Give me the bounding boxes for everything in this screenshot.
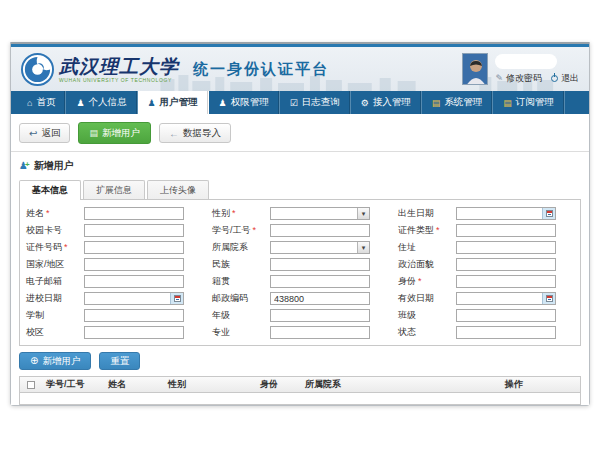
text-input[interactable]: [84, 207, 184, 220]
text-input[interactable]: [456, 224, 556, 237]
dropdown-arrow-icon[interactable]: ▾: [357, 242, 369, 253]
text-input[interactable]: [84, 326, 184, 339]
calendar-icon: [174, 295, 181, 302]
nav-item-2[interactable]: ♟用户管理: [138, 91, 209, 114]
text-input[interactable]: [270, 309, 370, 322]
table-column-header: 操作: [501, 378, 580, 391]
form-field: 住址: [398, 241, 574, 254]
change-password-link[interactable]: ✎ 修改密码: [495, 72, 542, 85]
table-column-header: 性别: [164, 378, 256, 391]
pencil-icon: ✎: [495, 73, 503, 83]
field-label: 专业: [212, 326, 270, 339]
form-field: 校区: [26, 326, 202, 339]
gear-icon: ⚙: [361, 98, 369, 108]
text-input[interactable]: [270, 224, 370, 237]
person-icon: ♟: [148, 98, 156, 108]
calendar-button[interactable]: [542, 208, 555, 219]
text-input[interactable]: [456, 309, 556, 322]
form-field: 籍贯: [212, 275, 388, 288]
dropdown-arrow-icon[interactable]: ▾: [357, 208, 369, 219]
text-input[interactable]: [84, 258, 184, 271]
required-mark: *: [232, 208, 236, 218]
form-field: 民族: [212, 258, 388, 271]
nav-item-label: 首页: [36, 96, 55, 109]
submit-add-user-button[interactable]: ⊕ 新增用户: [19, 352, 91, 370]
select-control[interactable]: ▾: [270, 207, 370, 220]
text-input[interactable]: [456, 241, 556, 254]
text-input[interactable]: [456, 326, 556, 339]
reset-button[interactable]: 重置: [99, 352, 140, 370]
form-field: 身份*: [398, 275, 574, 288]
person-icon: ♟: [76, 98, 84, 108]
table-column-header: 学号/工号: [42, 378, 104, 391]
date-field: [84, 292, 184, 305]
field-label: 性别*: [212, 207, 270, 220]
nav-item-7[interactable]: ▤订阅管理: [493, 91, 565, 114]
nav-item-label: 系统管理: [444, 96, 482, 109]
form-field: 学制: [26, 309, 202, 322]
form-field: 政治面貌: [398, 258, 574, 271]
text-input[interactable]: [84, 275, 184, 288]
form-tabs: 基本信息扩展信息上传头像: [19, 180, 581, 199]
field-label: 籍贯: [212, 275, 270, 288]
date-input[interactable]: [85, 293, 170, 304]
back-button[interactable]: ↩ 返回: [19, 123, 70, 143]
form-field: 国家/地区: [26, 258, 202, 271]
change-password-label: 修改密码: [506, 72, 542, 85]
user-area: ✎ 修改密码 退出: [462, 53, 579, 85]
tab-1[interactable]: 扩展信息: [83, 180, 145, 199]
nav-item-label: 个人信息: [89, 96, 127, 109]
user-avatar[interactable]: [462, 53, 488, 85]
university-name-en: WUHAN UNIVERSITY OF TECHNOLOGY: [59, 77, 179, 83]
nav-item-5[interactable]: ⚙接入管理: [351, 91, 422, 114]
toolbar-divider: [11, 151, 589, 152]
calendar-button[interactable]: [170, 293, 183, 304]
text-input[interactable]: [84, 309, 184, 322]
field-label: 学号/工号*: [212, 224, 270, 237]
add-user-toolbar-button[interactable]: ▤ 新增用户: [78, 122, 151, 144]
text-input[interactable]: [456, 258, 556, 271]
date-input[interactable]: [457, 208, 542, 219]
date-input[interactable]: [457, 293, 542, 304]
nav-item-6[interactable]: ▤系统管理: [422, 91, 494, 114]
logout-link[interactable]: 退出: [551, 72, 579, 85]
nav-item-1[interactable]: ♟个人信息: [66, 91, 137, 114]
text-input[interactable]: [84, 224, 184, 237]
form-field: 证件号码*: [26, 241, 202, 254]
folder-icon: ▤: [503, 98, 512, 108]
field-label: 国家/地区: [26, 258, 84, 271]
folder-icon: ▤: [432, 98, 441, 108]
submit-button-label: 新增用户: [42, 355, 80, 368]
circle-plus-icon: ⊕: [30, 356, 38, 366]
select-all-checkbox[interactable]: [27, 381, 35, 389]
field-label: 出生日期: [398, 207, 456, 220]
username-box: [495, 54, 557, 69]
calendar-button[interactable]: [542, 293, 555, 304]
tab-0[interactable]: 基本信息: [19, 180, 81, 200]
header: 武汉理工大学 WUHAN UNIVERSITY OF TECHNOLOGY 统一…: [11, 47, 589, 91]
field-label: 有效日期: [398, 292, 456, 305]
panel-title-label: 新增用户: [34, 159, 74, 173]
text-input[interactable]: [270, 326, 370, 339]
required-mark: *: [46, 208, 50, 218]
field-label: 邮政编码: [212, 292, 270, 305]
text-input[interactable]: [270, 275, 370, 288]
field-label: 证件类型*: [398, 224, 456, 237]
text-input[interactable]: [84, 241, 184, 254]
nav-item-0[interactable]: ⌂首页: [17, 91, 66, 114]
form-field: 证件类型*: [398, 224, 574, 237]
text-input[interactable]: [270, 258, 370, 271]
nav-item-4[interactable]: ☑日志查询: [280, 91, 351, 114]
text-input[interactable]: [270, 292, 370, 305]
select-control[interactable]: ▾: [270, 241, 370, 254]
text-input[interactable]: [456, 275, 556, 288]
field-label: 电子邮箱: [26, 275, 84, 288]
form-field: 校园卡号: [26, 224, 202, 237]
data-import-button[interactable]: ← 数据导入: [159, 123, 231, 143]
form-field: 电子邮箱: [26, 275, 202, 288]
nav-item-3[interactable]: ♟权限管理: [209, 91, 280, 114]
table-header-row: 学号/工号姓名性别身份所属院系操作: [20, 377, 580, 393]
tab-2[interactable]: 上传头像: [147, 180, 209, 199]
field-label: 证件号码*: [26, 241, 84, 254]
field-label: 状态: [398, 326, 456, 339]
